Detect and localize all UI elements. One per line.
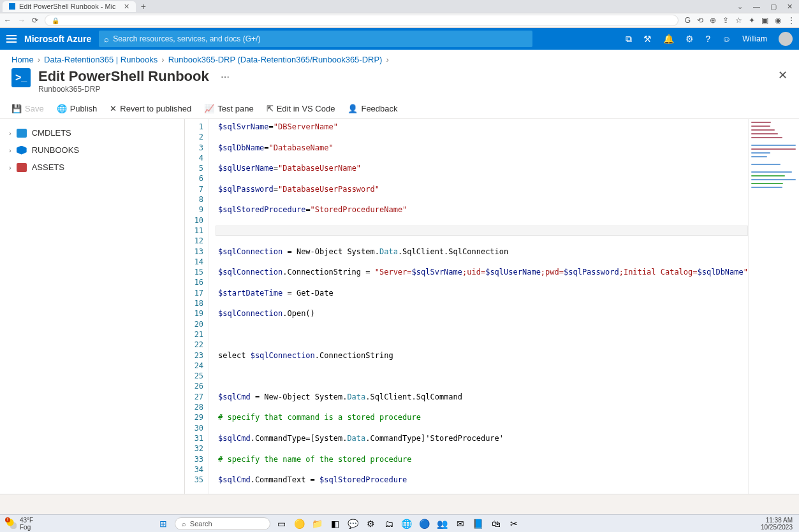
- help-icon[interactable]: ?: [705, 34, 710, 44]
- alert-badge-icon: !: [5, 517, 10, 522]
- code-area[interactable]: $sqlSvrName="DBServerName" $sqlDbName="D…: [209, 119, 748, 511]
- breadcrumbs: Home › Data-Retention365 | Runbooks › Ru…: [0, 50, 799, 67]
- windows-taskbar: ! 43°F Fog ⊞ ⌕ Search ▭ 🟡 📁 ◧ 💬 ⚙ 🗂 🌐 🔵 …: [0, 514, 799, 532]
- outlook-icon[interactable]: ✉: [454, 517, 467, 530]
- browser-menu-icon[interactable]: ⋮: [788, 16, 795, 25]
- publish-button[interactable]: 🌐 Publish: [57, 104, 98, 113]
- store-icon[interactable]: 🛍: [490, 517, 502, 530]
- code-editor[interactable]: 1234567891011121314151617181920212223242…: [185, 119, 799, 511]
- page-subtitle: Runbook365-DRP: [38, 85, 209, 94]
- azure-header: Microsoft Azure ⌕ ⧉ ⚒ 🔔 ⚙ ? ☺ William: [0, 28, 799, 50]
- teams-icon[interactable]: 👥: [436, 517, 449, 530]
- lock-icon: 🔒: [52, 17, 59, 24]
- word-icon[interactable]: 📘: [472, 517, 485, 530]
- clock-time: 11:38 AM: [761, 517, 793, 524]
- title-block: Edit PowerShell Runbook Runbook365-DRP: [38, 68, 209, 94]
- feedback-icon[interactable]: ☺: [722, 34, 731, 44]
- file-explorer-icon[interactable]: 🗂: [383, 517, 395, 530]
- share-icon[interactable]: ⇪: [722, 16, 729, 25]
- tree-cmdlets[interactable]: › CMDLETS: [9, 124, 175, 141]
- breadcrumb-runbooks[interactable]: Data-Retention365 | Runbooks: [44, 55, 158, 64]
- system-clock[interactable]: 11:38 AM 10/25/2023: [754, 517, 799, 531]
- test-pane-button[interactable]: 📈 Test pane: [204, 104, 253, 113]
- window-controls: ⌄ — ▢ ✕: [737, 3, 799, 11]
- azure-favicon-icon: [9, 3, 15, 10]
- powershell-icon: >_: [11, 68, 31, 87]
- tab-title: Edit PowerShell Runbook - Mic: [19, 3, 116, 10]
- revert-button[interactable]: ✕ Revert to published: [110, 104, 191, 113]
- tree-assets[interactable]: › ASSETS: [9, 159, 175, 176]
- save-icon: 💾: [11, 104, 22, 113]
- chevron-right-icon: ›: [38, 55, 40, 64]
- runbooks-label: RUNBOOKS: [32, 145, 79, 155]
- user-avatar[interactable]: [779, 32, 793, 46]
- extensions-icon[interactable]: ✦: [749, 16, 755, 25]
- close-pane-icon[interactable]: ✕: [778, 68, 788, 82]
- feedback-button[interactable]: 👤 Feedback: [348, 104, 397, 113]
- weather-widget[interactable]: ! 43°F Fog: [0, 517, 40, 531]
- cmdlets-label: CMDLETS: [32, 128, 71, 138]
- user-name[interactable]: William: [742, 34, 767, 43]
- empty-strip: [0, 494, 799, 514]
- cloud-shell-icon[interactable]: ⧉: [626, 34, 632, 45]
- more-actions-icon[interactable]: ⋯: [221, 72, 230, 82]
- tab-close-icon[interactable]: ✕: [124, 3, 129, 11]
- minimize-icon[interactable]: —: [753, 3, 760, 11]
- new-tab-button[interactable]: +: [141, 1, 146, 11]
- taskbar-center: ⊞ ⌕ Search ▭ 🟡 📁 ◧ 💬 ⚙ 🗂 🌐 🔵 👥 ✉ 📘 🛍 ✂: [157, 517, 520, 530]
- explorer-icon[interactable]: 📁: [311, 517, 324, 530]
- sync-icon[interactable]: ⟲: [697, 16, 703, 25]
- settings-icon[interactable]: ⚙: [685, 34, 694, 44]
- directory-icon[interactable]: ⚒: [643, 34, 652, 44]
- vscode-label: Edit in VS Code: [277, 104, 335, 113]
- widgets-icon[interactable]: ◧: [329, 517, 342, 530]
- runbooks-icon: [17, 146, 27, 155]
- azure-header-right: ⧉ ⚒ 🔔 ⚙ ? ☺ William: [626, 32, 793, 46]
- save-button[interactable]: 💾 Save: [11, 104, 44, 113]
- apps-icon[interactable]: ▣: [761, 16, 768, 25]
- azure-brand[interactable]: Microsoft Azure: [24, 34, 91, 44]
- star-icon[interactable]: ☆: [735, 16, 742, 25]
- chrome-icon[interactable]: 🔵: [418, 517, 431, 530]
- chevron-right-icon: ›: [9, 129, 11, 137]
- profile-icon[interactable]: ◉: [775, 16, 781, 25]
- weather-cond: Fog: [20, 524, 33, 531]
- browser-tab[interactable]: Edit PowerShell Runbook - Mic ✕: [3, 1, 136, 12]
- window-close-icon[interactable]: ✕: [787, 3, 793, 11]
- cmdlets-icon: [17, 129, 27, 138]
- task-view-icon[interactable]: ▭: [275, 517, 288, 530]
- menu-button[interactable]: [6, 35, 17, 43]
- settings-app-icon[interactable]: ⚙: [365, 517, 378, 530]
- copilot-icon[interactable]: 🟡: [293, 517, 306, 530]
- nav-reload-icon[interactable]: ⟳: [32, 16, 38, 25]
- maximize-icon[interactable]: ▢: [770, 3, 777, 11]
- breadcrumb-runbook365[interactable]: Runbook365-DRP (Data-Retention365/Runboo…: [168, 55, 383, 64]
- tree-runbooks[interactable]: › RUNBOOKS: [9, 141, 175, 159]
- assets-icon: [17, 163, 27, 172]
- chat-icon[interactable]: 💬: [347, 517, 360, 530]
- google-icon[interactable]: G: [685, 16, 691, 25]
- clock-date: 10/25/2023: [761, 524, 793, 531]
- snip-icon[interactable]: ✂: [508, 517, 520, 530]
- nav-back-icon[interactable]: ←: [4, 16, 11, 25]
- edit-vscode-button[interactable]: ⇱ Edit in VS Code: [267, 104, 335, 113]
- taskbar-search[interactable]: ⌕ Search: [175, 517, 270, 530]
- nav-forward-icon[interactable]: →: [18, 16, 26, 25]
- chevron-right-icon: ›: [9, 164, 11, 171]
- zoom-icon[interactable]: ⊕: [710, 16, 716, 25]
- azure-search-input[interactable]: [113, 34, 527, 43]
- notifications-icon[interactable]: 🔔: [663, 34, 674, 44]
- line-gutter: 1234567891011121314151617181920212223242…: [185, 119, 209, 511]
- minimap[interactable]: [748, 119, 799, 511]
- edge-icon[interactable]: 🌐: [400, 517, 413, 530]
- url-input[interactable]: 🔒: [45, 15, 678, 26]
- publish-icon: 🌐: [57, 104, 67, 113]
- breadcrumb-home[interactable]: Home: [11, 55, 34, 64]
- feedback-person-icon: 👤: [348, 104, 358, 113]
- start-button[interactable]: ⊞: [157, 517, 170, 530]
- chevron-right-icon: ›: [161, 55, 164, 64]
- address-bar: ← → ⟳ 🔒 G ⟲ ⊕ ⇪ ☆ ✦ ▣ ◉ ⋮: [0, 13, 799, 28]
- feedback-label: Feedback: [361, 104, 397, 113]
- azure-search[interactable]: ⌕: [99, 31, 532, 47]
- chevron-down-icon[interactable]: ⌄: [737, 3, 743, 11]
